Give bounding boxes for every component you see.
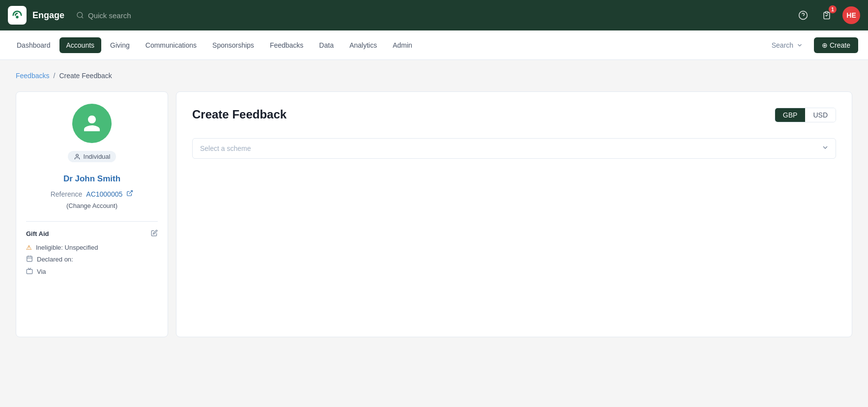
help-button[interactable] [795, 7, 811, 23]
open-external-icon [126, 190, 133, 197]
declared-on-label: Declared on: [37, 256, 73, 263]
svg-line-6 [129, 191, 132, 194]
nav-item-dashboard[interactable]: Dashboard [10, 37, 58, 53]
svg-point-0 [16, 16, 19, 18]
via-label: Via [37, 268, 46, 275]
feedback-form-card: Create Feedback GBP USD Select a scheme [176, 91, 852, 337]
via-icon [26, 267, 33, 276]
breadcrumb-separator: / [53, 72, 55, 80]
account-info: Individual Dr John Smith Reference AC100… [26, 104, 158, 209]
gift-aid-status: Ineligible: Unspecified [36, 244, 98, 251]
gift-aid-edit-icon[interactable] [151, 230, 158, 238]
declared-on-row: Declared on: [26, 255, 158, 263]
breadcrumb-parent[interactable]: Feedbacks [16, 72, 49, 80]
svg-point-5 [76, 154, 78, 156]
sidebar-divider [26, 221, 158, 222]
search-dropdown[interactable]: Search [767, 38, 808, 52]
account-sidebar: Individual Dr John Smith Reference AC100… [16, 91, 168, 337]
currency-usd-button[interactable]: USD [805, 108, 836, 122]
warning-icon: ⚠ [26, 244, 32, 251]
nav-item-accounts[interactable]: Accounts [59, 37, 102, 53]
pencil-icon [151, 230, 158, 236]
person-icon [82, 114, 102, 133]
nav-item-analytics[interactable]: Analytics [343, 37, 384, 53]
app-logo[interactable] [8, 6, 27, 25]
breadcrumb: Feedbacks / Create Feedback [16, 72, 852, 80]
external-link-icon[interactable] [126, 190, 133, 198]
form-title: Create Feedback [192, 108, 287, 121]
nav-item-admin[interactable]: Admin [386, 37, 419, 53]
calendar-icon [26, 255, 33, 263]
svg-rect-11 [27, 269, 32, 274]
svg-rect-7 [27, 256, 32, 262]
page-layout: Individual Dr John Smith Reference AC100… [16, 91, 852, 337]
quick-search-bar[interactable]: Quick search [76, 11, 789, 20]
svg-point-1 [77, 12, 83, 18]
individual-icon [74, 153, 81, 160]
scheme-select[interactable] [192, 138, 836, 159]
account-name: Dr John Smith [26, 174, 158, 184]
help-icon [798, 10, 808, 20]
chevron-down-icon [796, 42, 803, 49]
create-button-label: ⊕ Create [822, 41, 850, 49]
breadcrumb-current: Create Feedback [59, 72, 112, 80]
scheme-select-wrapper: Select a scheme [192, 138, 836, 159]
reference-label: Reference [51, 190, 83, 198]
nav-item-data[interactable]: Data [312, 37, 341, 53]
nav-item-communications[interactable]: Communications [139, 37, 203, 53]
user-avatar[interactable]: HE [842, 6, 860, 24]
quick-search-label: Quick search [88, 11, 131, 20]
main-content: Feedbacks / Create Feedback [0, 60, 868, 349]
currency-gbp-button[interactable]: GBP [775, 108, 806, 122]
via-row: Via [26, 267, 158, 276]
gift-aid-status-row: ⚠ Ineligible: Unspecified [26, 244, 158, 251]
change-account-link[interactable]: (Change Account) [26, 202, 158, 209]
account-reference: Reference AC1000005 [26, 190, 158, 198]
logo-icon [12, 10, 23, 21]
form-header: Create Feedback GBP USD [192, 108, 836, 122]
account-type-badge: Individual [68, 151, 116, 162]
app-name: Engage [32, 10, 64, 21]
currency-toggle: GBP USD [775, 108, 836, 122]
nav-item-sponsorships[interactable]: Sponsorships [205, 37, 261, 53]
tasks-button[interactable]: 1 [819, 7, 835, 23]
nav-item-feedbacks[interactable]: Feedbacks [263, 37, 310, 53]
gift-aid-section: Gift Aid ⚠ Ineligible: Unspecified [26, 230, 158, 276]
account-type-label: Individual [84, 153, 111, 160]
gift-aid-title: Gift Aid [26, 230, 158, 238]
top-navigation: Engage Quick search 1 HE [0, 0, 868, 30]
create-button[interactable]: ⊕ Create [814, 37, 858, 53]
reference-value: AC1000005 [86, 190, 122, 198]
svg-rect-4 [826, 12, 828, 13]
search-icon [76, 11, 84, 19]
top-bar-right: 1 HE [795, 6, 860, 24]
tasks-badge: 1 [829, 5, 837, 13]
search-label: Search [772, 41, 793, 49]
account-avatar [72, 104, 112, 143]
nav-right-actions: Search ⊕ Create [767, 37, 858, 53]
secondary-navigation: Dashboard Accounts Giving Communications… [0, 30, 868, 60]
nav-item-giving[interactable]: Giving [103, 37, 137, 53]
